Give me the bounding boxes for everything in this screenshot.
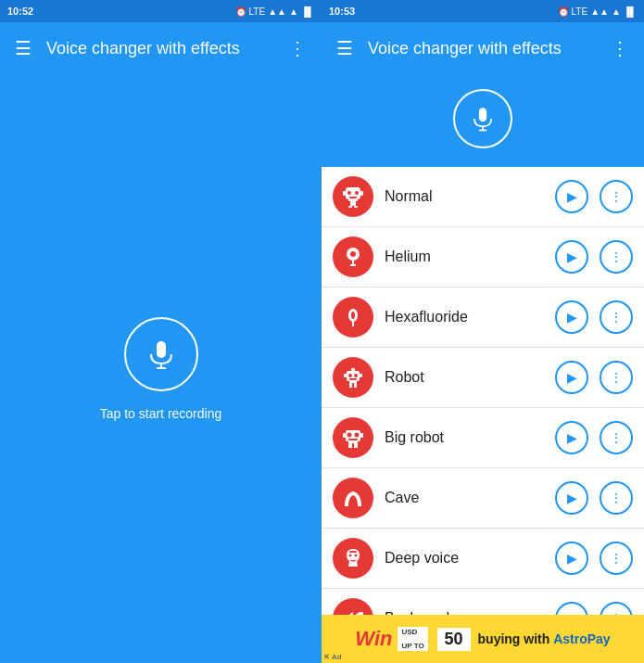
- effect-icon-big-robot: [333, 417, 373, 458]
- more-button-hexafluoride[interactable]: ⋮: [600, 300, 633, 334]
- right-time: 10:53: [329, 6, 355, 17]
- left-hamburger-icon[interactable]: ☰: [15, 37, 32, 59]
- svg-rect-39: [348, 441, 358, 443]
- effect-name-big-robot: Big robot: [385, 429, 544, 446]
- left-panel: 10:52 ⏰ LTE ▲▲ ▲ ▐▌ ☰ Voice changer with…: [0, 0, 322, 663]
- ad-banner[interactable]: ✕ Ad Win USDUP TO 50 buying with AstroPa…: [322, 615, 644, 663]
- ad-upto-text: USDUP TO: [398, 627, 427, 651]
- alarm-icon-right: ⏰: [558, 6, 569, 17]
- svg-rect-9: [349, 197, 357, 198]
- effect-name-normal: Normal: [385, 188, 544, 205]
- svg-rect-14: [348, 206, 352, 208]
- svg-rect-11: [360, 191, 363, 196]
- wifi-icon: ▲: [289, 6, 298, 17]
- alarm-icon: ⏰: [235, 6, 246, 17]
- battery-icon-right: ▐▌: [624, 6, 637, 17]
- effect-item-cave: Cave ▶ ⋮: [322, 468, 644, 529]
- more-button-normal[interactable]: ⋮: [600, 180, 633, 213]
- svg-point-25: [354, 374, 358, 377]
- effect-item-backwards: Backwards ▶ ⋮: [322, 589, 644, 615]
- left-time: 10:52: [7, 6, 33, 17]
- left-status-icons: ⏰ LTE ▲▲ ▲ ▐▌: [235, 6, 314, 17]
- left-app-title: Voice changer with effects: [46, 39, 273, 58]
- svg-point-21: [351, 312, 355, 319]
- svg-rect-13: [350, 201, 356, 206]
- more-button-cave[interactable]: ⋮: [600, 481, 633, 515]
- effect-icon-helium: [333, 236, 373, 277]
- more-button-big-robot[interactable]: ⋮: [600, 421, 633, 454]
- effect-icon-backwards: [333, 598, 373, 615]
- right-hamburger-icon[interactable]: ☰: [336, 37, 353, 59]
- svg-point-35: [355, 433, 360, 438]
- svg-rect-29: [349, 381, 357, 383]
- effect-item-robot: Robot ▶ ⋮: [322, 348, 644, 408]
- svg-rect-31: [354, 383, 357, 388]
- right-more-icon[interactable]: ⋮: [611, 37, 629, 59]
- effect-item-hexafluoride: Hexafluoride ▶ ⋮: [322, 287, 644, 348]
- more-button-helium[interactable]: ⋮: [600, 240, 633, 274]
- play-button-deep-voice[interactable]: ▶: [555, 542, 588, 575]
- svg-point-7: [347, 191, 351, 195]
- effect-name-cave: Cave: [385, 490, 544, 506]
- lte-icon-right: LTE: [572, 6, 588, 17]
- effect-icon-hexafluoride: [333, 297, 373, 338]
- svg-point-42: [349, 555, 352, 557]
- battery-icon: ▐▌: [301, 6, 314, 17]
- svg-rect-37: [343, 433, 346, 438]
- svg-point-8: [355, 191, 359, 195]
- right-panel: 10:53 ⏰ LTE ▲▲ ▲ ▐▌ ☰ Voice changer with…: [322, 0, 644, 663]
- effect-item-normal: Normal ▶ ⋮: [322, 167, 644, 227]
- effect-name-robot: Robot: [385, 369, 544, 386]
- svg-rect-40: [348, 443, 352, 448]
- left-app-bar: ☰ Voice changer with effects ⋮: [0, 22, 322, 74]
- svg-point-34: [347, 433, 352, 438]
- left-status-bar: 10:52 ⏰ LTE ▲▲ ▲ ▐▌: [0, 0, 322, 22]
- more-button-robot[interactable]: ⋮: [600, 361, 633, 394]
- effect-name-deep-voice: Deep voice: [385, 550, 544, 567]
- mic-header-button[interactable]: [453, 89, 512, 148]
- mic-header-icon: [469, 105, 497, 133]
- play-button-cave[interactable]: ▶: [555, 481, 588, 515]
- play-button-helium[interactable]: ▶: [555, 240, 588, 274]
- play-button-backwards[interactable]: ▶: [555, 602, 588, 615]
- svg-rect-41: [354, 443, 358, 448]
- wifi-icon-right: ▲: [612, 6, 621, 17]
- play-button-big-robot[interactable]: ▶: [555, 421, 588, 454]
- play-button-robot[interactable]: ▶: [555, 361, 588, 394]
- ad-brand-text: AstroPay: [553, 631, 610, 646]
- svg-rect-28: [360, 374, 362, 377]
- ad-close-icon[interactable]: ✕ Ad: [323, 653, 342, 661]
- left-content: Tap to start recording: [0, 74, 322, 663]
- right-status-icons: ⏰ LTE ▲▲ ▲ ▐▌: [558, 6, 637, 17]
- more-button-deep-voice[interactable]: ⋮: [600, 542, 633, 575]
- svg-rect-36: [348, 439, 358, 440]
- svg-point-43: [355, 555, 358, 557]
- svg-point-17: [350, 251, 356, 257]
- svg-rect-44: [349, 551, 357, 553]
- svg-rect-12: [348, 199, 358, 201]
- right-app-title: Voice changer with effects: [368, 39, 596, 58]
- play-button-normal[interactable]: ▶: [555, 180, 588, 213]
- effect-icon-robot: [333, 357, 373, 398]
- effect-item-big-robot: Big robot ▶ ⋮: [322, 408, 644, 468]
- lte-icon: LTE: [249, 6, 266, 17]
- more-button-backwards[interactable]: ⋮: [600, 602, 633, 615]
- right-app-bar: ☰ Voice changer with effects ⋮: [322, 22, 644, 74]
- right-status-bar: 10:53 ⏰ LTE ▲▲ ▲ ▐▌: [322, 0, 644, 22]
- svg-rect-38: [360, 433, 363, 438]
- signal-icon-right: ▲▲: [590, 6, 609, 17]
- left-more-icon[interactable]: ⋮: [288, 37, 307, 59]
- svg-point-24: [348, 374, 352, 377]
- svg-rect-27: [344, 374, 347, 377]
- effect-item-deep-voice: Deep voice ▶ ⋮: [322, 529, 644, 589]
- svg-rect-30: [349, 383, 352, 388]
- effect-icon-cave: [333, 478, 373, 518]
- effect-item-helium: Helium ▶ ⋮: [322, 227, 644, 287]
- tap-to-record-text: Tap to start recording: [100, 406, 222, 421]
- svg-rect-0: [157, 341, 166, 358]
- effect-name-hexafluoride: Hexafluoride: [385, 309, 544, 325]
- mic-button[interactable]: [124, 317, 198, 391]
- ad-buying-text: buying with: [474, 631, 554, 646]
- svg-rect-10: [343, 191, 346, 196]
- play-button-hexafluoride[interactable]: ▶: [555, 300, 588, 334]
